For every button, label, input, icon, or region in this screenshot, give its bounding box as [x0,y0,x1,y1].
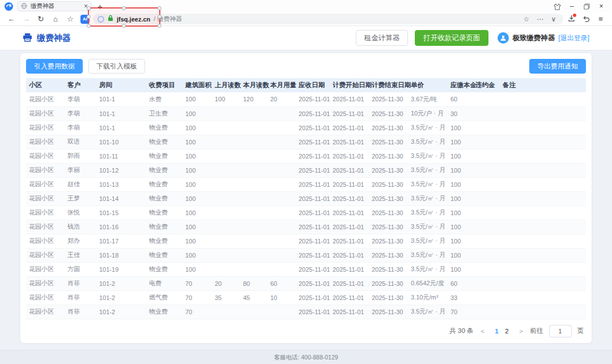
table-cell: 101-13 [96,177,146,191]
fee-table: 小区客户房间收费项目建筑面积上月读数本月读数本月用量应收日期计费开始日期计费结束… [26,78,586,319]
theme-shirt-icon[interactable] [550,0,564,12]
table-cell: 2025-11-01 [296,205,330,220]
column-header: 房间 [96,78,146,92]
address-dropdown-icon[interactable]: ∨ [549,15,559,23]
table-cell: 3.5元/㎡ · 月 [408,135,448,149]
pagination-prev[interactable]: < [478,328,487,335]
table-cell: 2025-11-01 [296,191,330,205]
table-cell: 花园小区 [26,248,65,262]
table-cell: 3.5元/㎡ · 月 [408,234,448,248]
table-cell: 60 [448,276,473,290]
table-cell: 物业费 [146,305,182,319]
rent-calculator-button[interactable]: 租金计算器 [356,30,409,46]
pagination-next[interactable]: > [517,328,526,335]
table-cell [500,234,586,248]
table-cell: 王佳 [65,248,96,262]
downloads-icon[interactable] [564,15,578,24]
table-cell [212,191,240,205]
table-cell: 100 [182,220,212,234]
table-cell [500,276,586,290]
home-icon[interactable]: ⌂ [49,15,62,23]
more-actions-icon[interactable]: ⋯ [535,15,545,23]
pagination-goto-label: 前往 [530,327,543,335]
window-close-button[interactable]: × [594,0,609,12]
table-cell [212,262,240,276]
table-cell: 3.5元/㎡ · 月 [408,220,448,234]
import-data-button[interactable]: 引入费用数据 [26,59,83,74]
undo-arrow-icon[interactable] [579,15,593,23]
column-header: 单价 [408,78,448,92]
table-row: 花园小区王梦101-14物业费1002025-11-012025-11-0120… [26,191,586,205]
table-cell: 0.6542元/度 [408,276,448,290]
table-cell: 2025-11-01 [296,234,330,248]
table-cell: 赵佳 [65,177,96,191]
table-row: 花园小区方圆101-19物业费1002025-11-012025-11-0120… [26,262,586,276]
forward-icon[interactable]: → [19,15,33,23]
table-cell [240,262,267,276]
table-cell [500,121,586,135]
table-cell: 2025-11-30 [369,290,408,305]
browser-tab[interactable]: 缴费神器 × [17,1,92,11]
annotation-handle [122,6,126,10]
table-cell [240,305,267,319]
open-records-button[interactable]: 打开收款记录页面 [415,30,488,46]
table-cell: 2025-11-01 [296,262,330,276]
back-icon[interactable]: ← [5,15,18,23]
table-cell: 100 [182,205,212,220]
table-cell: 2025-11-01 [296,121,330,135]
annotation-handle [122,24,126,28]
download-template-button[interactable]: 下载引入模板 [88,59,145,74]
menu-icon[interactable]: ≡ [594,15,607,23]
table-cell [212,177,240,191]
table-cell: 2025-11-01 [330,135,369,149]
address-bar[interactable]: jfsq.jeez.cn / 缴费神器 ☆ ⋯ ∨ [93,14,563,24]
user-box: 极致缴费神器 [退出登录] [498,32,589,44]
window-minimize-button[interactable]: – [564,0,579,12]
table-cell [267,262,296,276]
pagination-page-1[interactable]: 1 [492,328,502,335]
table-cell: 花园小区 [26,220,65,234]
table-cell [267,220,296,234]
column-header: 本月用量 [267,78,296,92]
pagination-goto-input[interactable] [549,325,572,337]
table-row: 花园小区李丽101-12物业费1002025-11-012025-11-0120… [26,163,586,177]
bookmarks-icon[interactable]: ☆ [63,15,77,23]
table-cell: 100 [182,92,212,106]
bookmark-star-icon[interactable]: ☆ [521,15,532,23]
pagination-page-2[interactable]: 2 [502,328,512,335]
table-cell: 李丽 [65,163,96,177]
column-header: 违约金 [473,78,500,92]
table-cell: 王梦 [65,191,96,205]
table-cell: 100 [182,177,212,191]
app-title-text: 缴费神器 [37,33,71,44]
export-notice-button[interactable]: 导出费用通知 [529,59,586,74]
table-cell: 物业费 [146,234,182,248]
table-cell [473,191,500,205]
table-cell [500,191,586,205]
table-cell: 101-10 [96,135,146,149]
table-cell [267,163,296,177]
table-header-row: 小区客户房间收费项目建筑面积上月读数本月读数本月用量应收日期计费开始日期计费结束… [26,78,586,92]
table-cell: 2025-11-30 [369,276,408,290]
footer-phone: 客服电话: 400-888-0129 [0,354,612,362]
table-cell: 2025-11-30 [369,92,408,106]
table-cell: 卫生费 [146,106,182,121]
table-cell [240,135,267,149]
table-cell: 花园小区 [26,149,65,163]
table-cell [473,92,500,106]
table-cell: 70 [182,276,212,290]
logout-link[interactable]: [退出登录] [558,33,589,43]
table-cell: 肖菲 [65,290,96,305]
browser-logo-icon[interactable] [5,2,13,11]
reload-icon[interactable]: ↻ [34,15,48,23]
table-cell: 101-1 [96,121,146,135]
table-cell [212,205,240,220]
window-restore-button[interactable] [579,0,594,12]
table-cell [473,205,500,220]
table-cell: 101-16 [96,220,146,234]
table-cell: 2025-11-01 [330,262,369,276]
app-title: 缴费神器 [23,33,71,44]
annotation-handle [158,24,162,28]
table-cell: 100 [448,191,473,205]
table-cell [473,135,500,149]
